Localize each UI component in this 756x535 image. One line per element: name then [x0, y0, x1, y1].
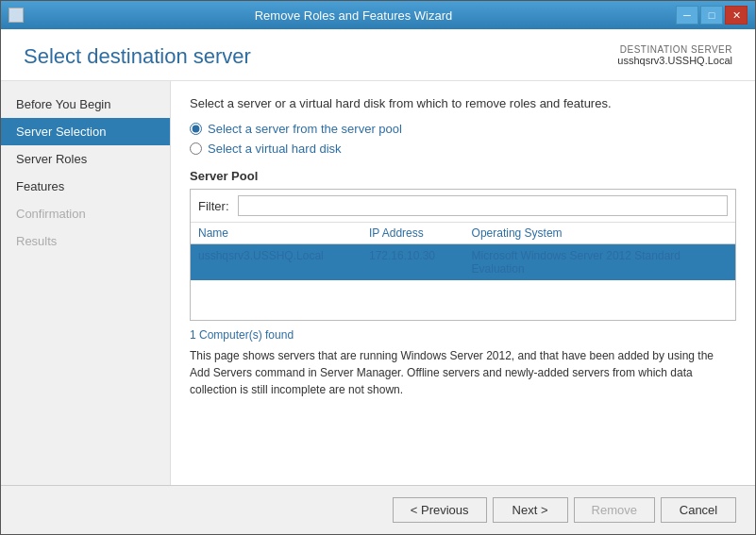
instruction-text: Select a server or a virtual hard disk f… [190, 96, 736, 110]
footer: < Previous Next > Remove Cancel [1, 485, 755, 534]
radio-server-pool-text: Select a server from the server pool [208, 122, 402, 136]
sidebar-item-features[interactable]: Features [1, 173, 170, 200]
radio-group: Select a server from the server pool Sel… [190, 122, 736, 156]
sidebar-item-server-roles[interactable]: Server Roles [1, 145, 170, 173]
col-header-name: Name [198, 226, 369, 240]
table-body: usshqsrv3.USSHQ.Local 172.16.10.30 Micro… [191, 244, 735, 320]
radio-server-pool[interactable] [190, 123, 202, 135]
col-header-os: Operating System [472, 226, 728, 240]
destination-info: DESTINATION SERVER usshqsrv3.USSHQ.Local [617, 44, 732, 66]
radio-vhd-label[interactable]: Select a virtual hard disk [190, 142, 736, 156]
wizard-window: Remove Roles and Features Wizard ─ □ ✕ S… [0, 0, 756, 535]
minimize-button[interactable]: ─ [676, 6, 698, 25]
destination-label: DESTINATION SERVER [617, 44, 732, 55]
sidebar-item-before-you-begin[interactable]: Before You Begin [1, 91, 170, 118]
row-name: usshqsrv3.USSHQ.Local [198, 249, 369, 276]
sidebar-item-server-selection[interactable]: Server Selection [1, 118, 170, 145]
filter-input[interactable] [238, 195, 728, 216]
content-area: Select destination server DESTINATION SE… [1, 29, 755, 534]
previous-button[interactable]: < Previous [393, 497, 487, 523]
header-section: Select destination server DESTINATION SE… [1, 29, 755, 81]
radio-vhd-text: Select a virtual hard disk [208, 142, 342, 156]
table-row[interactable]: usshqsrv3.USSHQ.Local 172.16.10.30 Micro… [191, 244, 735, 280]
row-os: Microsoft Windows Server 2012 Standard E… [472, 249, 728, 276]
note-text: This page shows servers that are running… [190, 347, 736, 398]
main-body: Before You Begin Server Selection Server… [1, 81, 755, 485]
maximize-button[interactable]: □ [700, 6, 723, 25]
close-button[interactable]: ✕ [725, 6, 748, 25]
title-bar: Remove Roles and Features Wizard ─ □ ✕ [1, 1, 755, 29]
page-content: Select a server or a virtual hard disk f… [171, 81, 755, 485]
page-title: Select destination server [24, 44, 251, 69]
server-pool-section: Filter: Name IP Address Operating System… [190, 189, 736, 321]
window-controls: ─ □ ✕ [676, 6, 748, 25]
remove-button[interactable]: Remove [574, 497, 655, 523]
row-ip: 172.16.10.30 [369, 249, 472, 276]
computers-found: 1 Computer(s) found [190, 328, 736, 342]
window-icon [8, 8, 24, 23]
sidebar: Before You Begin Server Selection Server… [1, 81, 171, 485]
server-pool-title: Server Pool [190, 169, 736, 183]
next-button[interactable]: Next > [493, 497, 568, 523]
sidebar-item-confirmation: Confirmation [1, 200, 170, 227]
radio-server-pool-label[interactable]: Select a server from the server pool [190, 122, 736, 136]
col-header-ip: IP Address [369, 226, 472, 240]
table-header: Name IP Address Operating System [191, 223, 735, 244]
sidebar-item-results: Results [1, 227, 170, 255]
filter-row: Filter: [191, 190, 735, 223]
destination-server: usshqsrv3.USSHQ.Local [617, 55, 732, 66]
window-title: Remove Roles and Features Wizard [31, 8, 676, 23]
filter-label: Filter: [198, 199, 232, 213]
cancel-button[interactable]: Cancel [661, 497, 736, 523]
radio-vhd[interactable] [190, 142, 202, 155]
